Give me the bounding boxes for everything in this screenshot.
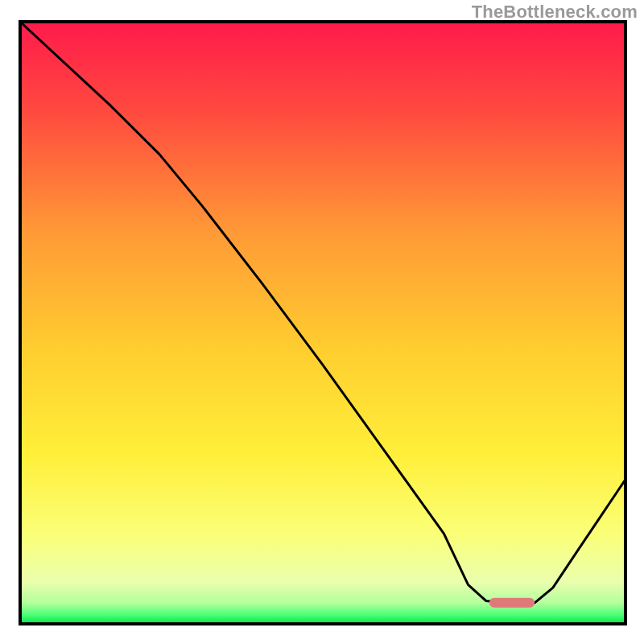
chart-container: TheBottleneck.com: [0, 0, 644, 644]
chart-svg: [0, 0, 644, 644]
attribution-text: TheBottleneck.com: [472, 2, 638, 23]
chart-background: [20, 22, 625, 624]
highlight-marker: [489, 598, 535, 608]
